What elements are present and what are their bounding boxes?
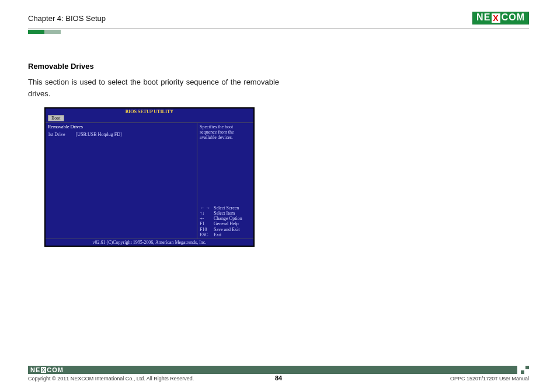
section-title: Removable Drives [28,62,279,71]
bios-key-desc: General Help [214,221,239,226]
chapter-title: Chapter 4: BIOS Setup [28,14,106,23]
footer-bar: NE X COM [28,366,529,374]
bios-drive-row: 1st Drive [USB:USB Hotplug FD] [48,132,194,137]
bios-key-desc: Exit [214,232,221,237]
bios-key: ← → [200,205,214,211]
bios-row-value: [USB:USB Hotplug FD] [76,132,122,137]
bios-key-desc: Select Screen [214,205,239,211]
bios-pane-header: Removable Drives [48,124,194,130]
page-header: Chapter 4: BIOS Setup NE X COM [28,10,529,26]
bios-row-label: 1st Drive [48,132,65,137]
logo-x-icon: X [492,13,500,23]
bios-left-pane: Removable Drives 1st Drive [USB:USB Hotp… [46,123,197,239]
bios-key-desc: Change Option [214,216,242,221]
bios-key: F1 [200,221,214,226]
content-body: Removable Drives This section is used to… [28,62,279,247]
bios-tab-boot: Boot [48,115,64,121]
logo-text-pre: NE [476,12,490,24]
footer-logo-pre: NE [30,366,40,373]
bios-key: +- [200,216,214,221]
bios-key: F10 [200,227,214,232]
footer-logo-post: COM [47,366,64,373]
logo-text-post: COM [502,12,525,24]
header-tab-marker [28,30,529,34]
bios-key: ESC [200,232,214,237]
bios-title: BIOS SETUP UTILITY [46,108,253,115]
footer-endcap-icon [517,366,529,374]
page-number: 84 [28,374,529,382]
bios-key-legend: ← →Select Screen ↑↓Select Item +-Change … [200,205,251,237]
header-rule [28,28,529,29]
bios-key-desc: Select Item [214,211,235,216]
bios-help-text: Specifies the boot sequence from the ava… [200,124,251,141]
bios-footer: v02.61 (C)Copyright 1985-2006, American … [46,239,253,246]
bios-key-desc: Save and Exit [214,227,239,232]
bios-menu-bar: Boot [46,115,253,123]
brand-logo: NE X COM [472,12,529,24]
footer-logo-x-icon: X [41,367,46,373]
footer-logo: NE X COM [30,366,64,373]
bios-right-pane: Specifies the boot sequence from the ava… [197,123,253,239]
bios-screenshot: BIOS SETUP UTILITY Boot Removable Drives… [44,107,255,247]
page-footer: NE X COM Copyright © 2011 NEXCOM Interna… [28,366,529,382]
bios-key: ↑↓ [200,211,214,216]
section-description: This section is used to select the boot … [28,76,279,99]
